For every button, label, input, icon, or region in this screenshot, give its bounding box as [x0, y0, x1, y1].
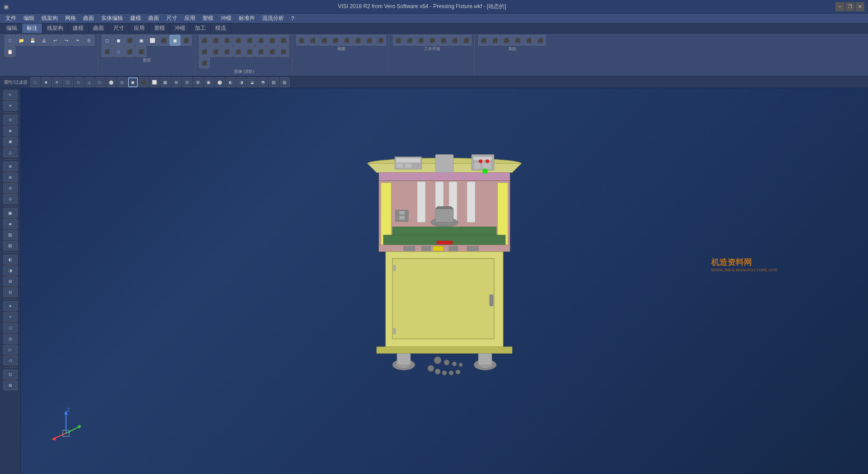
- view-btn-5[interactable]: ⬛: [341, 35, 352, 46]
- filter-btn-7[interactable]: ▷: [95, 77, 105, 87]
- filter-btn-23[interactable]: ▧: [269, 77, 279, 87]
- sidebar-btn-20[interactable]: ✧: [3, 312, 18, 322]
- tool-cut[interactable]: ✂: [72, 35, 83, 46]
- sidebar-btn-16[interactable]: ◑: [3, 265, 18, 275]
- shape-btn-2[interactable]: ◼: [113, 35, 124, 46]
- viewport[interactable]: 机造资料网 WWW.JMFG.MANUFACTURE.SITE Z: [21, 88, 868, 474]
- filter-btn-19[interactable]: ◐: [226, 77, 236, 87]
- sidebar-btn-12[interactable]: ◈: [3, 219, 18, 229]
- tool-redo[interactable]: ↪: [61, 35, 72, 46]
- menu-flow[interactable]: 流流分析: [259, 14, 288, 23]
- workplane-btn-2[interactable]: ⬛: [404, 35, 415, 46]
- image-btn-10[interactable]: ⬛: [210, 46, 221, 57]
- tab-punch[interactable]: 冲模: [170, 24, 190, 33]
- menu-punch[interactable]: 冲模: [217, 14, 235, 23]
- shape-btn-9[interactable]: ⬛: [102, 46, 113, 57]
- image-btn-7[interactable]: ⬛: [267, 35, 278, 46]
- tool-print[interactable]: 🖨: [38, 35, 49, 46]
- sidebar-btn-7[interactable]: ⊕: [3, 161, 18, 171]
- menu-model[interactable]: 建模: [127, 14, 145, 23]
- shape-btn-6[interactable]: ⬛: [158, 35, 169, 46]
- sidebar-btn-15[interactable]: ◐: [3, 255, 18, 265]
- tool-new[interactable]: □: [5, 35, 15, 46]
- filter-btn-17[interactable]: ▣: [204, 77, 214, 87]
- view-btn-6[interactable]: ⬛: [353, 35, 363, 46]
- menu-surface[interactable]: 曲面: [80, 14, 98, 23]
- image-btn-13[interactable]: ⬛: [244, 46, 255, 57]
- sidebar-btn-select[interactable]: ↖: [3, 90, 18, 100]
- sidebar-btn-9[interactable]: ⊘: [3, 183, 18, 193]
- shape-btn-12[interactable]: ⬛: [136, 46, 146, 57]
- workplane-btn-6[interactable]: ⬛: [449, 35, 460, 46]
- view-btn-4[interactable]: ⬛: [330, 35, 341, 46]
- menu-help[interactable]: ?: [288, 14, 298, 23]
- workplane-btn-5[interactable]: ⬛: [438, 35, 449, 46]
- workplane-btn-7[interactable]: ⬛: [461, 35, 472, 46]
- shape-btn-5[interactable]: ⬜: [147, 35, 158, 46]
- shape-btn-7[interactable]: ◼: [170, 35, 180, 46]
- view-btn-3[interactable]: ⬛: [319, 35, 330, 46]
- image-btn-8[interactable]: ⬛: [278, 35, 289, 46]
- filter-btn-21[interactable]: ◒: [247, 77, 257, 87]
- system-btn-4[interactable]: ⬛: [512, 35, 523, 46]
- view-btn-2[interactable]: ⬛: [307, 35, 318, 46]
- tab-annotation[interactable]: 标注: [22, 24, 42, 33]
- menu-standard[interactable]: 标准件: [235, 14, 259, 23]
- close-button[interactable]: ✕: [855, 2, 864, 11]
- image-btn-17[interactable]: ⬛: [199, 57, 210, 68]
- filter-btn-3[interactable]: ✕: [52, 77, 62, 87]
- tab-machining[interactable]: 加工: [190, 24, 211, 33]
- tab-surface[interactable]: 曲面: [89, 24, 109, 33]
- workplane-btn-4[interactable]: ⬛: [427, 35, 438, 46]
- tool-save[interactable]: 💾: [27, 35, 38, 46]
- image-btn-4[interactable]: ⬛: [233, 35, 244, 46]
- shape-btn-4[interactable]: ▣: [136, 35, 146, 46]
- tool-copy[interactable]: ⎘: [84, 35, 94, 46]
- image-btn-3[interactable]: ⬛: [222, 35, 232, 46]
- sidebar-btn-26[interactable]: ⊠: [3, 380, 18, 390]
- image-btn-9[interactable]: ⬛: [199, 46, 210, 57]
- image-btn-12[interactable]: ⬛: [233, 46, 244, 57]
- minimize-button[interactable]: ─: [835, 2, 844, 11]
- filter-btn-15[interactable]: ⊟: [182, 77, 192, 87]
- shape-btn-1[interactable]: ◻: [102, 35, 113, 46]
- menu-edit[interactable]: 编辑: [20, 14, 38, 23]
- filter-btn-18[interactable]: ⬤: [215, 77, 225, 87]
- sidebar-btn-24[interactable]: ◁: [3, 356, 18, 365]
- sidebar-btn-23[interactable]: ▷: [3, 345, 18, 355]
- filter-btn-13[interactable]: ▦: [160, 77, 170, 87]
- sidebar-btn-17[interactable]: ⊞: [3, 276, 18, 286]
- sidebar-btn-22[interactable]: ◎: [3, 334, 18, 344]
- filter-btn-14[interactable]: ⊞: [171, 77, 181, 87]
- sidebar-btn-18[interactable]: ⊟: [3, 287, 18, 297]
- sidebar-btn-10[interactable]: ⊙: [3, 194, 18, 204]
- image-btn-6[interactable]: ⬛: [255, 35, 266, 46]
- image-btn-14[interactable]: ⬛: [255, 46, 266, 57]
- restore-button[interactable]: ❐: [845, 2, 854, 11]
- system-btn-5[interactable]: ⬛: [524, 35, 534, 46]
- image-btn-1[interactable]: ⬛: [199, 35, 210, 46]
- shape-btn-10[interactable]: □: [113, 46, 124, 57]
- tab-apply[interactable]: 应用: [129, 24, 150, 33]
- tool-undo[interactable]: ↩: [50, 35, 61, 46]
- image-btn-16[interactable]: ⬛: [278, 46, 289, 57]
- tab-plastic[interactable]: 塑模: [150, 24, 170, 33]
- menu-wireframe[interactable]: 线架构: [38, 14, 61, 23]
- workplane-btn-1[interactable]: ⬛: [393, 35, 404, 46]
- filter-btn-1[interactable]: □: [30, 77, 40, 87]
- menu-surface2[interactable]: 曲面: [145, 14, 163, 23]
- image-btn-11[interactable]: ⬛: [222, 46, 232, 57]
- sidebar-btn-6[interactable]: △: [3, 147, 18, 157]
- filter-btn-24[interactable]: ▨: [280, 77, 290, 87]
- tool-paste[interactable]: 📋: [5, 46, 15, 57]
- shape-btn-11[interactable]: ⬛: [124, 46, 135, 57]
- menu-grid[interactable]: 网格: [61, 14, 80, 23]
- image-btn-2[interactable]: ⬛: [210, 35, 221, 46]
- tab-flow[interactable]: 模流: [211, 24, 231, 33]
- menu-apply[interactable]: 应用: [181, 14, 199, 23]
- sidebar-btn-25[interactable]: ⊡: [3, 370, 18, 379]
- system-btn-1[interactable]: ⬛: [478, 35, 489, 46]
- system-btn-3[interactable]: ⬛: [501, 35, 512, 46]
- filter-btn-11[interactable]: ⬛: [139, 77, 149, 87]
- sidebar-btn-14[interactable]: ▨: [3, 241, 18, 251]
